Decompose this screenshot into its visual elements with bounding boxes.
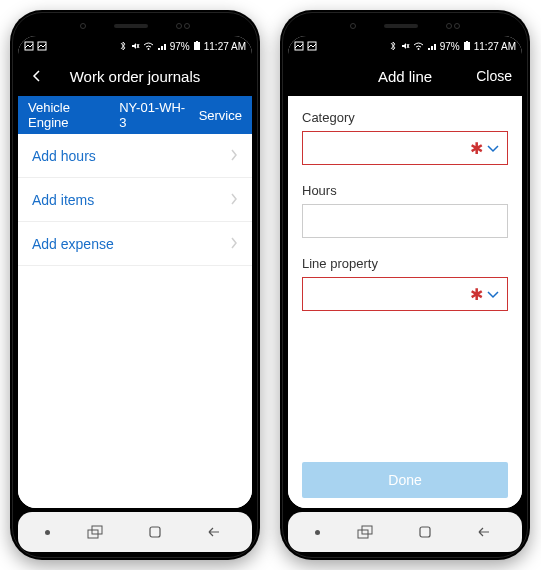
chevron-left-icon: [30, 69, 44, 83]
page-title: Add line: [338, 68, 472, 85]
list-item-label: Add items: [32, 192, 94, 208]
page-title: Work order journals: [46, 68, 224, 85]
recents-icon: [87, 525, 105, 539]
android-navbar: [288, 512, 522, 552]
svg-point-4: [147, 48, 149, 50]
android-statusbar: 97% 11:27 AM: [18, 36, 252, 56]
svg-point-14: [417, 48, 419, 50]
hours-input[interactable]: [302, 204, 508, 238]
done-button[interactable]: Done: [302, 462, 508, 498]
image-icon: [24, 41, 34, 51]
line-property-dropdown[interactable]: ✱: [302, 277, 508, 311]
context-workorder: NY-01-WH-3: [119, 100, 186, 130]
image-icon: [294, 41, 304, 51]
nav-assistant-icon[interactable]: [315, 530, 320, 535]
context-asset: Vehicle Engine: [28, 100, 107, 130]
svg-rect-5: [194, 42, 200, 50]
phone-right: 97% 11:27 AM Add line Close Category ✱: [280, 10, 530, 560]
field-line-property: Line property ✱: [302, 256, 508, 311]
list-item-add-expense[interactable]: Add expense: [18, 222, 252, 266]
required-asterisk-icon: ✱: [470, 139, 487, 158]
field-label: Category: [302, 110, 508, 125]
svg-rect-19: [420, 527, 430, 537]
list-item-add-hours[interactable]: Add hours: [18, 134, 252, 178]
signal-icon: [157, 41, 167, 51]
chevron-right-icon: [230, 236, 238, 252]
required-asterisk-icon: ✱: [470, 285, 487, 304]
android-statusbar: 97% 11:27 AM: [288, 36, 522, 56]
battery-percent: 97%: [440, 41, 460, 52]
context-bar: Vehicle Engine NY-01-WH-3 Service: [18, 96, 252, 134]
screen-right: 97% 11:27 AM Add line Close Category ✱: [288, 36, 522, 508]
appbar: Work order journals: [18, 56, 252, 96]
field-hours: Hours: [302, 183, 508, 238]
chevron-right-icon: [230, 148, 238, 164]
appbar: Add line Close: [288, 56, 522, 96]
chevron-down-icon: [487, 141, 499, 156]
phone-left: 97% 11:27 AM Work order journals Vehicle…: [10, 10, 260, 560]
sensor-bar: [288, 20, 522, 32]
mute-icon: [130, 41, 140, 51]
home-icon: [148, 525, 162, 539]
chevron-right-icon: [230, 192, 238, 208]
nav-back-button[interactable]: [471, 520, 495, 544]
close-button[interactable]: Close: [472, 68, 512, 84]
back-arrow-icon: [475, 525, 491, 539]
context-type: Service: [199, 108, 242, 123]
list-item-label: Add hours: [32, 148, 96, 164]
battery-icon: [463, 41, 471, 51]
nav-back-button[interactable]: [201, 520, 225, 544]
mute-icon: [400, 41, 410, 51]
clock: 11:27 AM: [204, 41, 246, 52]
bluetooth-icon: [389, 41, 397, 51]
home-icon: [418, 525, 432, 539]
category-dropdown[interactable]: ✱: [302, 131, 508, 165]
list-item-add-items[interactable]: Add items: [18, 178, 252, 222]
field-category: Category ✱: [302, 110, 508, 165]
list-item-label: Add expense: [32, 236, 114, 252]
bluetooth-icon: [119, 41, 127, 51]
chevron-down-icon: [487, 287, 499, 302]
svg-rect-15: [464, 42, 470, 50]
nav-home-button[interactable]: [413, 520, 437, 544]
field-label: Hours: [302, 183, 508, 198]
signal-icon: [427, 41, 437, 51]
android-navbar: [18, 512, 252, 552]
nav-recents-button[interactable]: [84, 520, 108, 544]
wifi-icon: [143, 41, 154, 51]
svg-rect-9: [150, 527, 160, 537]
battery-icon: [193, 41, 201, 51]
image-icon: [37, 41, 47, 51]
nav-assistant-icon[interactable]: [45, 530, 50, 535]
clock: 11:27 AM: [474, 41, 516, 52]
svg-rect-6: [196, 41, 198, 42]
sensor-bar: [18, 20, 252, 32]
wifi-icon: [413, 41, 424, 51]
nav-home-button[interactable]: [143, 520, 167, 544]
svg-rect-16: [466, 41, 468, 42]
screen-left: 97% 11:27 AM Work order journals Vehicle…: [18, 36, 252, 508]
battery-percent: 97%: [170, 41, 190, 52]
done-button-label: Done: [388, 472, 421, 488]
nav-recents-button[interactable]: [354, 520, 378, 544]
back-button[interactable]: [28, 67, 46, 85]
back-arrow-icon: [205, 525, 221, 539]
recents-icon: [357, 525, 375, 539]
field-label: Line property: [302, 256, 508, 271]
image-icon: [307, 41, 317, 51]
add-line-form: Category ✱ Hours Line property ✱: [288, 96, 522, 508]
journal-list: Add hours Add items Add expense: [18, 134, 252, 508]
